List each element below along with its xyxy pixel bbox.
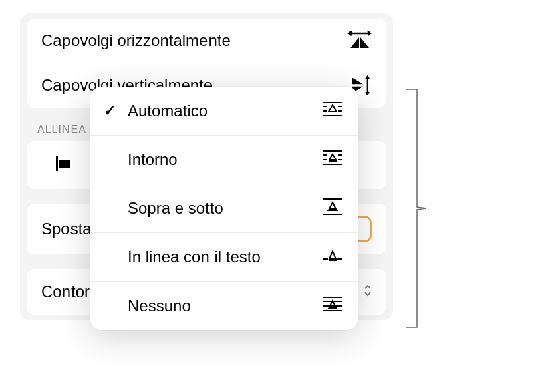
align-left-icon [55,155,75,175]
wrap-above-below-icon [321,196,344,220]
align-left-button[interactable] [36,149,93,181]
wrap-option-automatico[interactable]: ✓ Automatico [90,87,358,135]
check-icon: ✓ [104,102,122,120]
callout-bracket [405,88,428,329]
wrap-option-label: Sopra e sotto [122,199,321,218]
wrap-none-icon [321,294,344,318]
svg-rect-0 [56,156,58,171]
wrap-option-label: Automatico [122,102,321,120]
wrap-around-icon [321,148,344,172]
popup-chevron-icon [364,283,372,301]
flip-horizontal-row[interactable]: Capovolgi orizzontalmente [27,19,386,63]
wrap-auto-icon [321,99,344,123]
wrap-option-label: In linea con il testo [122,248,321,266]
wrap-inline-icon [321,245,344,269]
wrap-option-sopra-sotto[interactable]: Sopra e sotto [90,184,358,232]
svg-rect-1 [59,160,70,168]
wrap-option-label: Nessuno [122,297,321,315]
wrap-option-nessuno[interactable]: Nessuno [90,281,358,330]
flip-horizontal-icon [347,31,372,51]
sposta-label: Sposta [41,220,92,238]
wrap-option-inline[interactable]: In linea con il testo [90,232,358,281]
wrap-option-label: Intorno [122,150,321,169]
wrap-popup-menu: ✓ Automatico Intorno [90,87,358,330]
wrap-option-intorno[interactable]: Intorno [90,135,358,184]
flip-horizontal-label: Capovolgi orizzontalmente [41,31,231,50]
